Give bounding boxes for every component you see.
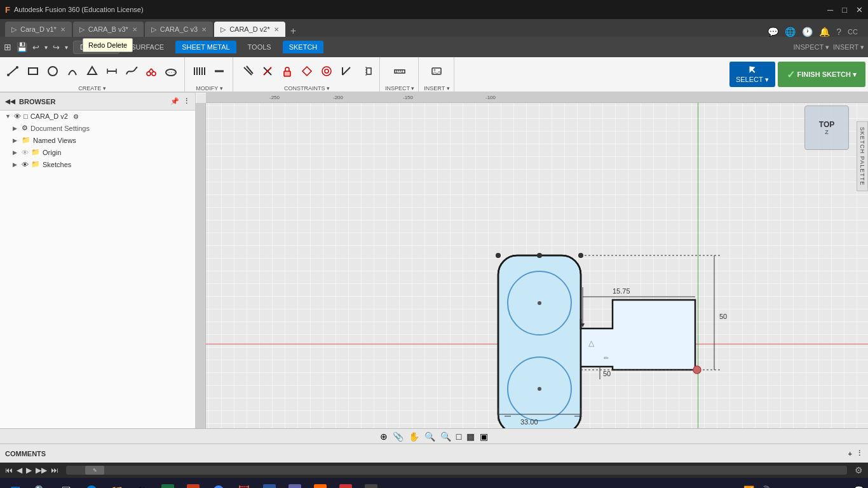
visibility-icon-origin[interactable]: 👁: [22, 149, 29, 156]
insert-label[interactable]: INSERT ▾: [424, 85, 449, 92]
browser-item-doc-settings[interactable]: ▶ ⚙ Document Settings: [0, 122, 195, 134]
lock-constraint-button[interactable]: [278, 63, 297, 79]
perpendicular-constraint-button[interactable]: [258, 63, 277, 79]
timeline-prev-button[interactable]: ◀: [17, 466, 22, 475]
redo-dropdown[interactable]: ▾: [65, 44, 68, 51]
browser-item-sketches[interactable]: ▶ 👁 📁 Sketches: [0, 158, 195, 170]
measure-button[interactable]: [390, 63, 409, 79]
tab-close-icon[interactable]: ✕: [60, 26, 65, 33]
timeline-end-button[interactable]: ⏭: [51, 466, 58, 475]
timeline-settings-icon[interactable]: ⚙: [855, 465, 863, 475]
search-button[interactable]: 🔍: [29, 479, 52, 488]
excel-button[interactable]: X: [156, 479, 179, 488]
powerpoint-button[interactable]: P: [182, 479, 205, 488]
comments-add-icon[interactable]: +: [848, 450, 852, 458]
comments-collapse-icon[interactable]: ⋮: [856, 449, 863, 458]
parallel-constraint-button[interactable]: [238, 63, 257, 79]
trim-tool-button[interactable]: [142, 63, 161, 79]
browser-item-origin[interactable]: ▶ 👁 📁 Origin: [0, 146, 195, 158]
dimension-tool-button[interactable]: [102, 63, 121, 79]
store-button[interactable]: 🛍: [131, 479, 154, 488]
finish-sketch-button[interactable]: ✓ FINISH SKETCH ▾: [778, 62, 865, 87]
component-settings-icon[interactable]: ⚙: [73, 113, 79, 120]
timeline-start-button[interactable]: ⏮: [5, 466, 13, 475]
browser-more-icon[interactable]: ⋮: [183, 97, 190, 105]
tab-close-icon[interactable]: ✕: [274, 26, 279, 33]
comment-icon[interactable]: 💬: [768, 27, 778, 37]
fusion-taskbar-button[interactable]: F: [309, 479, 332, 488]
timeline-play-button[interactable]: ▶: [26, 466, 32, 475]
equal-constraint-button[interactable]: [297, 63, 316, 79]
inspect-label[interactable]: INSPECT ▾: [385, 85, 414, 92]
tools-tab[interactable]: TOOLS: [241, 41, 278, 53]
notification-icon[interactable]: 💬: [853, 485, 864, 488]
arc-tool-button[interactable]: [63, 63, 82, 79]
new-tab-button[interactable]: +: [287, 25, 300, 37]
zoom-button[interactable]: 🔍: [424, 431, 435, 442]
tab-cara-d-v2[interactable]: ▷ CARA_D v2* ✕: [214, 22, 285, 37]
constraints-label[interactable]: CONSTRAINTS ▾: [284, 85, 330, 92]
view-cube[interactable]: TOP Z: [804, 105, 849, 150]
tab-cara-b-v3[interactable]: ▷ CARA_B v3* ✕: [73, 22, 144, 37]
browser-item-cara-d-v2[interactable]: ▼ 👁 □ CARA_D v2 ⚙: [0, 111, 195, 122]
grid-display-button[interactable]: ▦: [466, 431, 475, 442]
teams-button[interactable]: T: [283, 479, 306, 488]
polygon-tool-button[interactable]: [83, 63, 102, 79]
sketch-drawing[interactable]: 15.75 50 33.00 50: [206, 103, 778, 428]
timeline-item[interactable]: ✎: [85, 466, 104, 475]
tab-close-icon[interactable]: ✕: [201, 26, 207, 33]
visibility-icon[interactable]: 👁: [14, 112, 21, 120]
move-tool-button[interactable]: ⊕: [380, 431, 388, 442]
concentric-constraint-button[interactable]: [317, 63, 336, 79]
undo-dropdown[interactable]: ▾: [44, 44, 48, 51]
select-button[interactable]: SELECT ▾: [729, 62, 775, 87]
titlebar-right[interactable]: ─ □ ✕: [827, 5, 863, 15]
minimize-button[interactable]: ─: [827, 5, 833, 15]
grid-settings-button[interactable]: ▣: [480, 431, 488, 442]
mirror-button[interactable]: [356, 63, 376, 79]
close-button[interactable]: ✕: [856, 5, 863, 15]
grid-icon[interactable]: ⊞: [4, 42, 11, 52]
zoom-window-button[interactable]: 🔍: [440, 431, 451, 442]
tab-close-icon[interactable]: ✕: [132, 26, 137, 33]
calculator-button[interactable]: 🧮: [233, 479, 255, 488]
taskbar-item-1[interactable]: ◈: [334, 479, 357, 488]
attach-button[interactable]: 📎: [393, 431, 403, 442]
canvas-area[interactable]: -250 -200 -150 -100: [196, 93, 868, 428]
tab-cara-c-v3[interactable]: ▷ CARA_C v3 ✕: [145, 22, 213, 37]
pan-button[interactable]: ✋: [409, 431, 419, 442]
sketch-tab[interactable]: SKETCH: [283, 41, 324, 53]
redo-button[interactable]: ↪: [53, 43, 60, 52]
image-button[interactable]: [427, 63, 446, 79]
offset-tool-button[interactable]: [210, 63, 229, 79]
word-button[interactable]: W: [258, 479, 281, 488]
spline-tool-button[interactable]: [122, 63, 141, 79]
volume-icon[interactable]: 🔊: [759, 485, 770, 488]
browser-pin-icon[interactable]: 📌: [170, 97, 179, 105]
rectangle-tool-button[interactable]: [24, 63, 43, 79]
save-icon[interactable]: 💾: [17, 42, 27, 52]
conic-tool-button[interactable]: [161, 63, 180, 79]
tab-cara-d-v1[interactable]: ▷ Cara_D v1* ✕: [5, 22, 72, 37]
taskbar-item-2[interactable]: ◈: [360, 479, 383, 488]
timeline-next-button[interactable]: ▶▶: [36, 466, 47, 475]
circle-tool-button[interactable]: [43, 63, 62, 79]
chrome-button[interactable]: [207, 479, 230, 488]
modify-label[interactable]: MODIFY ▾: [196, 85, 222, 92]
edge-browser-button[interactable]: e: [80, 479, 103, 488]
help-icon[interactable]: ?: [836, 27, 841, 37]
create-label[interactable]: CREATE ▾: [78, 85, 105, 92]
sheet-metal-tab[interactable]: SHEET METAL: [175, 41, 236, 53]
undo-button[interactable]: ↩: [32, 43, 39, 52]
display-button[interactable]: □: [456, 431, 461, 442]
line-tool-button[interactable]: [4, 63, 23, 79]
visibility-icon-sketches[interactable]: 👁: [22, 161, 29, 168]
explorer-button[interactable]: 📁: [105, 479, 128, 488]
start-button[interactable]: ⊞: [4, 479, 27, 488]
task-view-button[interactable]: ❑: [55, 479, 78, 488]
browser-item-named-views[interactable]: ▶ 📁 Named Views: [0, 134, 195, 146]
view-cube-face-top[interactable]: TOP: [819, 120, 834, 129]
sketch-palette-tab[interactable]: SKETCH PALETTE: [857, 121, 868, 191]
project-button[interactable]: [337, 63, 356, 79]
timeline-track[interactable]: ✎: [66, 466, 847, 475]
